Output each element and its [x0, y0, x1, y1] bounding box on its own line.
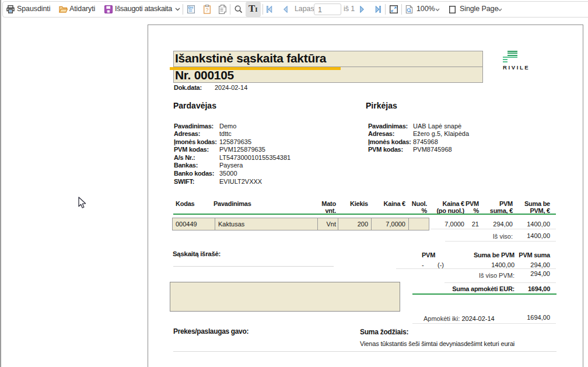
svg-text:?: ? — [205, 7, 208, 13]
